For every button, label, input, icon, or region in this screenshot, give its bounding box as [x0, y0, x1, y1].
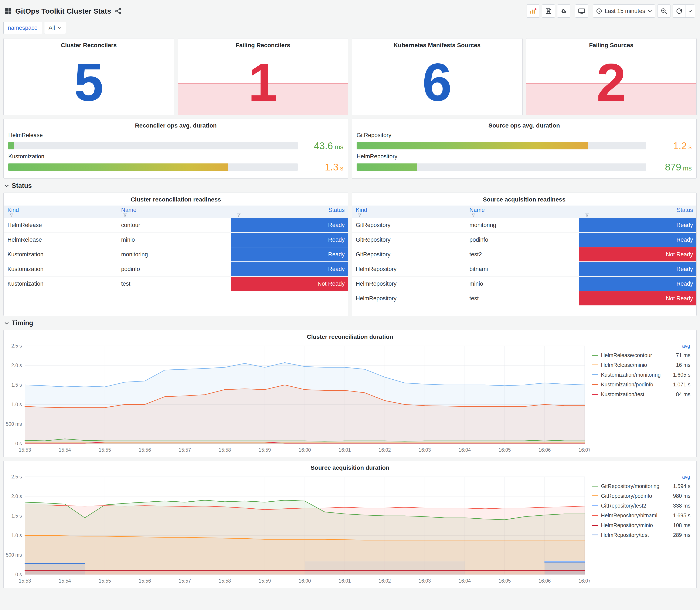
bar-gauge-track: [357, 142, 646, 149]
series-avg-value: 71 ms: [676, 352, 690, 358]
table-row[interactable]: KustomizationtestNot Ready: [4, 276, 348, 291]
row-toggle-status[interactable]: Status: [4, 182, 696, 190]
template-variables: namespace All: [3, 22, 697, 34]
legend-avg-header: avg: [592, 343, 690, 349]
series-color-marker: [592, 525, 598, 526]
chevron-down-icon: [688, 10, 692, 13]
filter-icon[interactable]: [472, 213, 475, 217]
column-header-status[interactable]: Status: [579, 206, 696, 218]
series-name: HelmRelease/contour: [601, 352, 652, 358]
grafana-dashboard: GitOps Toolkit Cluster Stats: [0, 0, 700, 610]
zoom-out-button[interactable]: [657, 4, 670, 18]
cell-kind: GitRepository: [352, 232, 466, 247]
table-row[interactable]: HelmRepositorybitnamiReady: [352, 262, 696, 276]
svg-text:15:56: 15:56: [139, 578, 151, 584]
chevron-down-icon: [4, 184, 9, 188]
share-icon[interactable]: [115, 8, 121, 14]
time-range-picker[interactable]: Last 15 minutes: [593, 4, 655, 18]
legend-item[interactable]: HelmRepository/test289 ms: [592, 530, 690, 540]
legend-item[interactable]: Kustomization/test84 ms: [592, 389, 690, 399]
filter-icon[interactable]: [10, 213, 13, 217]
gauge-row: Reconciler ops avg. duration HelmRelease…: [3, 118, 697, 178]
legend-item[interactable]: GitRepository/test2338 ms: [592, 501, 690, 511]
filter-icon[interactable]: [123, 213, 127, 217]
legend-item[interactable]: HelmRelease/minio16 ms: [592, 360, 690, 370]
row-toggle-timing[interactable]: Timing: [4, 319, 696, 327]
legend-item[interactable]: GitRepository/monitoring1.594 s: [592, 481, 690, 491]
svg-text:15:59: 15:59: [259, 447, 271, 453]
series-color-marker: [592, 394, 598, 395]
dashboard-header: GitOps Toolkit Cluster Stats: [3, 2, 697, 19]
variable-label-namespace[interactable]: namespace: [3, 22, 42, 34]
legend-item[interactable]: Kustomization/monitoring1.605 s: [592, 370, 690, 380]
panel-title: Source ops avg. duration: [352, 119, 696, 130]
svg-text:16:04: 16:04: [459, 578, 471, 584]
filter-icon[interactable]: [585, 213, 589, 217]
series-avg-value: 1.695 s: [673, 512, 690, 519]
table-row[interactable]: HelmReleasecontourReady: [4, 218, 348, 232]
refresh-button[interactable]: [672, 4, 686, 18]
table-row[interactable]: KustomizationmonitoringReady: [4, 247, 348, 262]
column-header-name[interactable]: Name: [117, 206, 231, 218]
svg-text:16:01: 16:01: [339, 447, 351, 453]
legend-item[interactable]: GitRepository/podinfo980 ms: [592, 491, 690, 501]
stat-value: 1: [248, 59, 278, 106]
save-dashboard-button[interactable]: [542, 4, 555, 18]
dashboard-settings-button[interactable]: [557, 4, 570, 18]
table-row[interactable]: KustomizationpodinfoReady: [4, 262, 348, 276]
cycle-view-mode-button[interactable]: [575, 4, 588, 18]
svg-text:2.0 s: 2.0 s: [11, 494, 22, 499]
cell-name: contour: [117, 218, 231, 232]
panel-reconciler-ops-duration: Reconciler ops avg. duration HelmRelease…: [3, 118, 348, 178]
legend-item[interactable]: Kustomization/podinfo1.071 s: [592, 380, 690, 389]
series-color-marker: [592, 534, 598, 535]
add-panel-button[interactable]: [526, 4, 540, 18]
cell-kind: Kustomization: [4, 247, 117, 262]
time-range-label: Last 15 minutes: [605, 8, 645, 14]
time-series-plot[interactable]: 15:5315:5415:5515:5615:5715:5815:5916:00…: [4, 341, 590, 455]
filter-icon[interactable]: [237, 213, 241, 217]
legend-item[interactable]: HelmRepository/minio108 ms: [592, 520, 690, 530]
column-header-status[interactable]: Status: [231, 206, 348, 218]
legend-item[interactable]: HelmRepository/bitnami1.695 s: [592, 511, 690, 520]
svg-text:1.5 s: 1.5 s: [11, 513, 22, 519]
table-row[interactable]: GitRepositorymonitoringReady: [352, 218, 696, 232]
table-row[interactable]: GitRepositorytest2Not Ready: [352, 247, 696, 262]
cell-kind: GitRepository: [352, 247, 466, 262]
svg-text:2.0 s: 2.0 s: [11, 363, 22, 368]
column-header-kind[interactable]: Kind: [352, 206, 466, 218]
legend-avg-header: avg: [592, 474, 690, 480]
svg-text:15:54: 15:54: [59, 447, 71, 453]
table-row[interactable]: HelmRepositoryminioReady: [352, 276, 696, 291]
series-avg-value: 1.605 s: [673, 372, 690, 378]
table-row[interactable]: GitRepositorypodinfoReady: [352, 232, 696, 247]
table-row[interactable]: HelmRepositorytestNot Ready: [352, 291, 696, 306]
panel-title: Failing Sources: [526, 38, 697, 50]
panel-failing-sources: Failing Sources 2: [526, 38, 697, 115]
column-header-kind[interactable]: Kind: [4, 206, 117, 218]
column-header-name[interactable]: Name: [466, 206, 579, 218]
series-name: GitRepository/test2: [601, 503, 646, 509]
bar-gauge-track: [357, 163, 646, 171]
refresh-interval-dropdown[interactable]: [686, 4, 695, 18]
svg-text:1.5 s: 1.5 s: [11, 382, 22, 388]
svg-text:16:06: 16:06: [538, 447, 551, 453]
dashboards-grid-icon[interactable]: [5, 7, 12, 14]
legend-item[interactable]: HelmRelease/contour71 ms: [592, 350, 690, 360]
svg-text:15:58: 15:58: [219, 447, 231, 453]
svg-text:15:54: 15:54: [59, 578, 71, 584]
time-series-plot[interactable]: 15:5315:5415:5515:5615:5715:5815:5916:00…: [4, 472, 590, 587]
panel-title: Reconciler ops avg. duration: [4, 119, 348, 130]
clock-icon: [596, 8, 602, 14]
svg-text:1.0 s: 1.0 s: [11, 402, 22, 407]
series-name: HelmRelease/minio: [601, 362, 647, 368]
cell-status: Ready: [231, 218, 348, 232]
variable-value-dropdown[interactable]: All: [44, 22, 66, 34]
cell-kind: GitRepository: [352, 218, 466, 232]
svg-text:15:57: 15:57: [179, 447, 191, 453]
table-row[interactable]: HelmReleaseminioReady: [4, 232, 348, 247]
filter-icon[interactable]: [358, 213, 361, 217]
svg-text:16:02: 16:02: [379, 447, 391, 453]
cell-status: Not Ready: [231, 276, 348, 291]
svg-text:15:55: 15:55: [99, 578, 111, 584]
